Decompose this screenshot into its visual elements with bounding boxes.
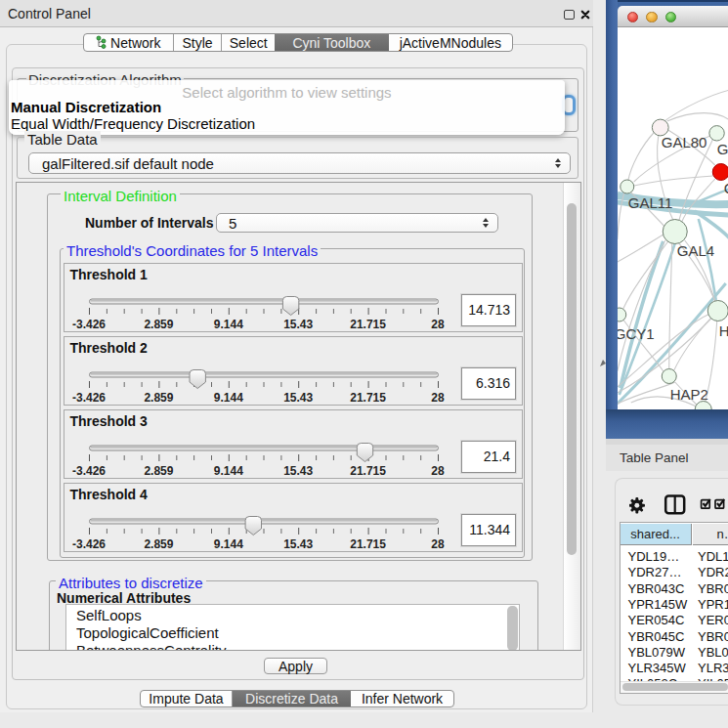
svg-text:H: H [718, 322, 728, 339]
svg-text:C: C [723, 180, 728, 196]
svg-text:HAP2: HAP2 [669, 386, 707, 403]
svg-text:GCY1: GCY1 [618, 325, 655, 342]
svg-text:GAL4: GAL4 [676, 242, 713, 259]
svg-text:G: G [716, 141, 728, 157]
svg-text:GAL80: GAL80 [661, 134, 707, 150]
svg-text:GAL11: GAL11 [627, 194, 672, 211]
